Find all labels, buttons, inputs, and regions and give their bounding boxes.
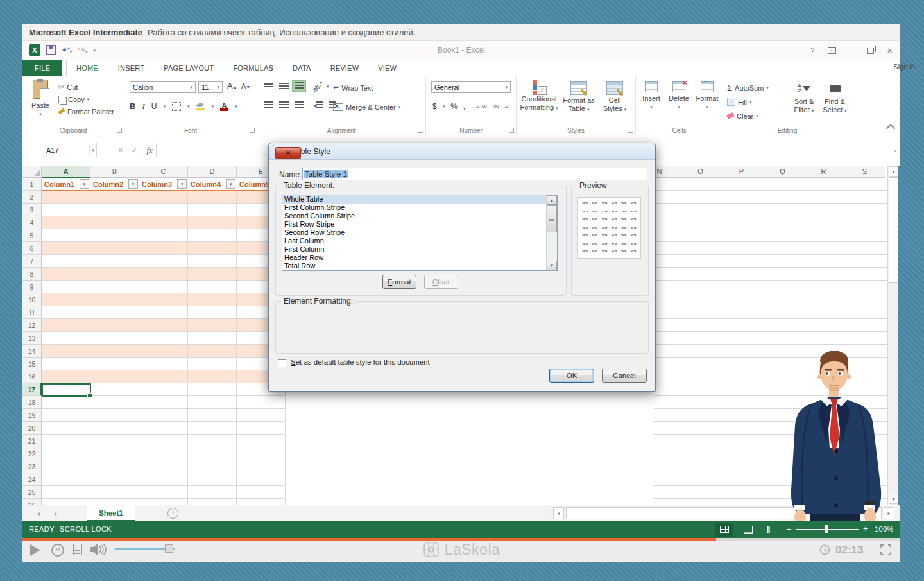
- number-format-select[interactable]: General▾: [431, 81, 511, 93]
- borders-icon[interactable]: [172, 102, 181, 111]
- vertical-scroll-thumb[interactable]: [889, 177, 898, 283]
- copy-button[interactable]: Copy▾: [58, 93, 114, 105]
- column-header-C[interactable]: C: [139, 166, 188, 178]
- decrease-decimal-icon[interactable]: .00 →.0: [493, 104, 509, 108]
- row-header-17[interactable]: 17: [22, 383, 42, 396]
- column-header-R[interactable]: R: [803, 166, 844, 178]
- zoom-slider-handle[interactable]: [825, 525, 828, 533]
- tab-review[interactable]: REVIEW: [321, 60, 369, 76]
- new-sheet-icon[interactable]: +: [167, 508, 178, 519]
- filter-dropdown-icon[interactable]: ▼: [226, 179, 235, 189]
- font-name-select[interactable]: Calibri▾: [130, 81, 196, 93]
- sheet-tab-sheet1[interactable]: Sheet1: [87, 505, 135, 521]
- default-style-checkbox[interactable]: [278, 359, 286, 367]
- row-header-4[interactable]: 4: [22, 216, 42, 229]
- row-header-10[interactable]: 10: [22, 293, 42, 306]
- middle-align-icon[interactable]: [277, 80, 291, 92]
- row-header-15[interactable]: 15: [22, 358, 42, 370]
- list-item-first-column[interactable]: First Column: [282, 245, 557, 254]
- filter-dropdown-icon[interactable]: ▼: [177, 179, 187, 189]
- column-header-B[interactable]: B: [90, 166, 139, 178]
- row-header-25[interactable]: 25: [22, 486, 42, 499]
- tab-data[interactable]: DATA: [283, 60, 321, 76]
- scroll-up-icon[interactable]: ▲: [889, 166, 898, 177]
- expand-formula-bar-icon[interactable]: ⌄: [893, 147, 898, 153]
- bottom-align-icon[interactable]: [292, 80, 306, 92]
- row-header-18[interactable]: 18: [22, 396, 42, 409]
- tab-view[interactable]: VIEW: [368, 60, 406, 76]
- increase-decimal-icon[interactable]: ←.0 .00: [471, 104, 487, 108]
- format-element-button[interactable]: Format: [382, 275, 416, 289]
- tab-file[interactable]: FILE: [22, 60, 62, 76]
- row-header-9[interactable]: 9: [22, 281, 42, 293]
- clipboard-dialog-launcher-icon[interactable]: [117, 128, 122, 133]
- list-scroll-thumb[interactable]: [547, 205, 557, 232]
- row-header-2[interactable]: 2: [22, 191, 42, 204]
- conditional-formatting-button[interactable]: ≠ Conditional Formatting ▾: [519, 80, 559, 112]
- dialog-title-bar[interactable]: New Table Style ? ×: [269, 143, 655, 160]
- font-dialog-launcher-icon[interactable]: [250, 128, 255, 133]
- list-item-second-column-stripe[interactable]: Second Column Stripe: [282, 212, 557, 220]
- align-left-icon[interactable]: [261, 100, 275, 111]
- list-item-second-row-stripe[interactable]: Second Row Stripe: [282, 229, 557, 237]
- format-cells-button[interactable]: ↔ Format▾: [694, 81, 721, 111]
- list-item-first-column-stripe[interactable]: First Column Stripe: [282, 204, 557, 212]
- fill-handle[interactable]: [87, 393, 92, 398]
- align-center-icon[interactable]: [277, 100, 291, 111]
- prev-sheet-icon[interactable]: ◂: [37, 510, 40, 517]
- column-header-A[interactable]: A: [42, 166, 90, 178]
- row-header-6[interactable]: 6: [22, 242, 42, 255]
- ok-button[interactable]: OK: [549, 369, 594, 383]
- tab-home[interactable]: HOME: [66, 60, 108, 76]
- cancel-button[interactable]: Cancel: [602, 369, 647, 383]
- sign-in-link[interactable]: Sign in: [893, 63, 915, 71]
- select-all-corner[interactable]: [22, 166, 42, 178]
- vertical-scrollbar[interactable]: ▲ ▼: [887, 166, 898, 505]
- row-header-20[interactable]: 20: [22, 422, 42, 435]
- number-dialog-launcher-icon[interactable]: [509, 128, 514, 133]
- fill-button[interactable]: ↓ Fill▾: [727, 96, 752, 108]
- tab-insert[interactable]: INSERT: [108, 60, 154, 76]
- filter-dropdown-icon[interactable]: ▼: [80, 179, 89, 189]
- insert-cells-button[interactable]: Insert▾: [638, 81, 664, 111]
- list-item-last-column[interactable]: Last Column: [282, 237, 557, 245]
- column-header-D[interactable]: D: [188, 166, 237, 178]
- default-style-checkbox-label[interactable]: Set as default table style for this docu…: [291, 358, 430, 366]
- decrease-indent-icon[interactable]: ◂: [311, 100, 325, 111]
- list-item-whole-table[interactable]: Whole Table: [282, 195, 557, 204]
- orientation-icon[interactable]: ab↗: [311, 80, 325, 92]
- find-select-button[interactable]: Find & Select ▾: [821, 81, 849, 115]
- fullscreen-icon[interactable]: [880, 544, 891, 555]
- list-item-header-row[interactable]: Header Row: [282, 254, 557, 262]
- column-header-Q[interactable]: Q: [762, 166, 803, 178]
- row-header-11[interactable]: 11: [22, 306, 42, 319]
- row-header-12[interactable]: 12: [22, 319, 42, 332]
- row-header-14[interactable]: 14: [22, 345, 42, 358]
- fill-color-icon[interactable]: [196, 103, 205, 110]
- row-header-21[interactable]: 21: [22, 435, 42, 447]
- row-header-26[interactable]: 26: [22, 499, 42, 505]
- collapse-ribbon-icon[interactable]: [886, 124, 895, 133]
- next-sheet-icon[interactable]: ▸: [55, 510, 58, 517]
- top-align-icon[interactable]: [261, 80, 275, 92]
- row-header-3[interactable]: 3: [22, 204, 42, 216]
- list-item-total-row[interactable]: Total Row: [282, 262, 557, 270]
- cancel-formula-icon[interactable]: ×: [118, 145, 123, 155]
- styles-dialog-launcher-icon[interactable]: [628, 128, 633, 133]
- tab-formulas[interactable]: FORMULAS: [223, 60, 283, 76]
- row-header-5[interactable]: 5: [22, 229, 42, 242]
- zoom-level[interactable]: 100%: [875, 525, 894, 533]
- clear-element-button[interactable]: Clear: [424, 275, 458, 289]
- cut-button[interactable]: ✂Cut: [58, 81, 114, 93]
- merge-center-button[interactable]: ↔ Merge & Center▾: [333, 101, 400, 113]
- format-painter-button[interactable]: Format Painter: [58, 105, 114, 117]
- cell-styles-button[interactable]: Cell Styles ▾: [599, 80, 631, 114]
- italic-button[interactable]: I: [142, 101, 144, 112]
- row-header-7[interactable]: 7: [22, 255, 42, 268]
- list-scroll-up-icon[interactable]: ▲: [547, 195, 557, 205]
- name-box[interactable]: A17▾: [42, 143, 97, 157]
- paste-button[interactable]: Paste ▾: [28, 80, 53, 118]
- wrap-text-button[interactable]: ↩Wrap Text: [333, 82, 373, 94]
- page-break-view-icon[interactable]: [763, 523, 780, 537]
- list-item-first-row-stripe[interactable]: First Row Stripe: [282, 220, 557, 229]
